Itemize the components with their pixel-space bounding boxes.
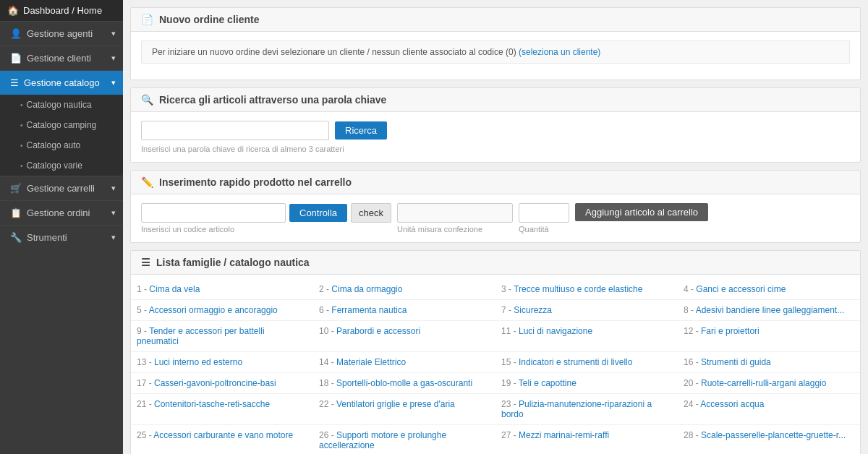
catalog-cell: 27 - Mezzi marinai-remi-raffi bbox=[495, 425, 678, 454]
catalog-link[interactable]: Ventilatori griglie e prese d'aria bbox=[336, 399, 455, 409]
nuovo-ordine-header: 📄 Nuovo ordine cliente bbox=[131, 8, 860, 32]
catalog-link[interactable]: Trecce multiuso e corde elastiche bbox=[514, 284, 642, 294]
catalog-link[interactable]: Cima da vela bbox=[149, 284, 200, 294]
catalog-num: 1 - bbox=[137, 284, 149, 294]
seleziona-cliente-link[interactable]: (seleziona un cliente) bbox=[519, 47, 600, 57]
catalog-cell: 8 - Adesivi bandiere linee galleggiament… bbox=[678, 300, 860, 321]
qty-input[interactable] bbox=[519, 203, 569, 223]
home-icon: 🏠 bbox=[7, 5, 19, 16]
catalog-link[interactable]: Adesivi bandiere linee galleggiament... bbox=[696, 305, 844, 315]
qty-label: Quantità bbox=[519, 225, 569, 234]
catalog-link[interactable]: Luci interno ed esterno bbox=[154, 357, 242, 367]
uom-input[interactable] bbox=[397, 203, 513, 223]
catalog-cell: 9 - Tender e accessori per battelli pneu… bbox=[131, 321, 313, 352]
catalog-body: 1 - Cima da vela2 - Cima da ormaggio3 - … bbox=[131, 275, 860, 454]
sidebar-item-gestione-agenti[interactable]: 👤 Gestione agenti ▾ bbox=[0, 21, 123, 46]
catalog-cell: 13 - Luci interno ed esterno bbox=[131, 352, 313, 373]
sidebar-sub-item-camping[interactable]: Catalogo camping bbox=[0, 115, 123, 135]
catalog-num: 11 - bbox=[501, 326, 519, 336]
catalog-link[interactable]: Indicatori e strumenti di livello bbox=[519, 357, 632, 367]
sidebar-item-gestione-catalogo[interactable]: ☰ Gestione catalogo ▾ bbox=[0, 70, 123, 95]
catalog-link[interactable]: Fari e proiettori bbox=[701, 326, 760, 336]
catalog-header: ☰ Lista famiglie / catalogo nautica bbox=[131, 251, 860, 275]
catalog-num: 23 - bbox=[501, 399, 519, 409]
code-field: Controlla check Inserisci un codice arti… bbox=[141, 203, 391, 234]
catalog-cell: 4 - Ganci e accessori cime bbox=[678, 279, 860, 300]
catalog-cell: 3 - Trecce multiuso e corde elastiche bbox=[495, 279, 678, 300]
sidebar-item-gestione-clienti[interactable]: 📄 Gestione clienti ▾ bbox=[0, 46, 123, 70]
catalog-link[interactable]: Accessori carburante e vano motore bbox=[153, 430, 293, 440]
catalog-link[interactable]: Teli e capottine bbox=[519, 378, 576, 388]
catalog-link[interactable]: Sportelli-oblo-molle a gas-oscuranti bbox=[336, 378, 472, 388]
sidebar-sub-item-auto[interactable]: Catalogo auto bbox=[0, 135, 123, 155]
chevron-icon: ▾ bbox=[111, 78, 116, 87]
search-hint: Inserisci una parola chiave di ricerca d… bbox=[141, 145, 850, 153]
sidebar-sub-item-varie[interactable]: Catalogo varie bbox=[0, 155, 123, 176]
catalog-link[interactable]: Ganci e accessori cime bbox=[696, 284, 786, 294]
catalog-link[interactable]: Supporti motore e prolunghe accellerazio… bbox=[319, 430, 446, 450]
catalog-link[interactable]: Tender e accessori per battelli pneumati… bbox=[137, 326, 265, 346]
check-button[interactable]: check bbox=[351, 203, 391, 223]
uom-field: Unità misura confezione bbox=[397, 203, 513, 234]
catalog-link[interactable]: Ruote-carrelli-rulli-argani alaggio bbox=[701, 378, 826, 388]
sidebar-item-gestione-ordini[interactable]: 📋 Gestione ordini ▾ bbox=[0, 200, 123, 225]
ricerca-title: Ricerca gli articoli attraverso una paro… bbox=[159, 94, 386, 106]
catalog-num: 27 - bbox=[501, 430, 519, 440]
add-to-cart-button[interactable]: Aggiungi articolo al carrello bbox=[575, 203, 708, 221]
sidebar-header[interactable]: 🏠 Dashboard / Home bbox=[0, 0, 123, 21]
catalog-link[interactable]: Parabordi e accessori bbox=[336, 326, 420, 336]
catalog-link[interactable]: Ferramenta nautica bbox=[331, 305, 407, 315]
catalog-num: 13 - bbox=[137, 357, 154, 367]
catalog-link[interactable]: Contenitori-tasche-reti-sacche bbox=[154, 399, 270, 409]
catalog-num: 18 - bbox=[319, 378, 336, 388]
catalog-link[interactable]: Materiale Elettrico bbox=[336, 357, 406, 367]
catalog-link[interactable]: Cima da ormaggio bbox=[331, 284, 402, 294]
catalog-link[interactable]: Luci di navigazione bbox=[519, 326, 592, 336]
catalog-link[interactable]: Strumenti di guida bbox=[701, 357, 771, 367]
catalog-link[interactable]: Mezzi marinai-remi-raffi bbox=[519, 430, 609, 440]
catalog-cell: 16 - Strumenti di guida bbox=[678, 352, 860, 373]
sidebar-label: Gestione ordini bbox=[27, 207, 90, 218]
catalog-cell: 24 - Accessori acqua bbox=[678, 394, 860, 425]
pencil-icon: ✏️ bbox=[141, 176, 153, 188]
catalog-link[interactable]: Sicurezza bbox=[514, 305, 552, 315]
order-icon: 📄 bbox=[141, 14, 153, 25]
list-icon: ☰ bbox=[10, 77, 19, 88]
controlla-button[interactable]: Controlla bbox=[289, 204, 347, 222]
catalog-num: 22 - bbox=[319, 399, 336, 409]
catalog-num: 25 - bbox=[137, 430, 153, 440]
catalog-cell: 20 - Ruote-carrelli-rulli-argani alaggio bbox=[678, 373, 860, 394]
search-button[interactable]: Ricerca bbox=[335, 121, 387, 140]
search-row: Ricerca bbox=[141, 121, 850, 140]
catalog-num: 20 - bbox=[684, 378, 701, 388]
sidebar-item-gestione-carrelli[interactable]: 🛒 Gestione carrelli ▾ bbox=[0, 176, 123, 200]
catalog-num: 19 - bbox=[501, 378, 519, 388]
catalog-link[interactable]: Scale-passerelle-plancette-gruette-r... bbox=[701, 430, 846, 440]
qty-field: Quantità bbox=[519, 203, 569, 234]
catalog-grid: 1 - Cima da vela2 - Cima da ormaggio3 - … bbox=[131, 279, 860, 454]
article-code-input[interactable] bbox=[141, 203, 286, 223]
catalog-link[interactable]: Accessori acqua bbox=[700, 399, 764, 409]
catalog-cell: 11 - Luci di navigazione bbox=[495, 321, 678, 352]
code-hint: Inserisci un codice articolo bbox=[141, 225, 391, 234]
catalog-link[interactable]: Casseri-gavoni-poltroncine-basi bbox=[154, 378, 276, 388]
nuovo-ordine-card: 📄 Nuovo ordine cliente Per iniziare un n… bbox=[130, 7, 861, 80]
sidebar-item-strumenti[interactable]: 🔧 Strumenti ▾ bbox=[0, 225, 123, 249]
catalog-num: 5 - bbox=[137, 305, 149, 315]
catalog-cell: 17 - Casseri-gavoni-poltroncine-basi bbox=[131, 373, 313, 394]
sidebar-label: Strumenti bbox=[27, 232, 67, 243]
catalog-num: 14 - bbox=[319, 357, 336, 367]
catalog-link[interactable]: Pulizia-manutenzione-riparazioni a bordo bbox=[501, 399, 652, 419]
catalog-cell: 12 - Fari e proiettori bbox=[678, 321, 860, 352]
sidebar-sub-item-nautica[interactable]: Catalogo nautica bbox=[0, 95, 123, 115]
sub-item-label: Catalogo auto bbox=[27, 140, 81, 150]
search-input[interactable] bbox=[141, 121, 329, 140]
catalog-num: 4 - bbox=[684, 284, 696, 294]
cart-icon: 🛒 bbox=[10, 183, 22, 194]
catalog-num: 28 - bbox=[684, 430, 701, 440]
catalog-cell: 21 - Contenitori-tasche-reti-sacche bbox=[131, 394, 313, 425]
sidebar-label: Gestione catalogo bbox=[24, 77, 100, 88]
catalog-link[interactable]: Accessori ormaggio e ancoraggio bbox=[149, 305, 278, 315]
catalog-num: 7 - bbox=[501, 305, 514, 315]
chevron-icon: ▾ bbox=[111, 53, 116, 63]
